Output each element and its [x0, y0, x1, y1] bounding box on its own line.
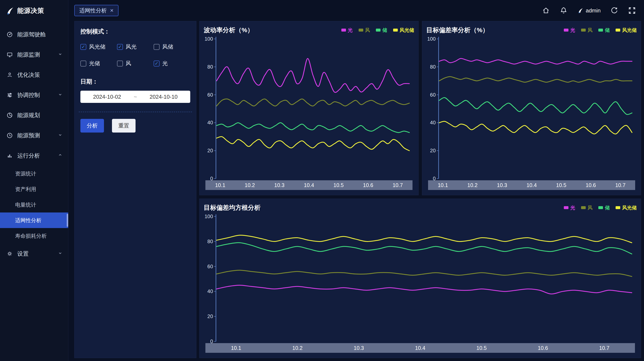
topbar: 适网性分析 × admin: [68, 0, 644, 21]
sidebar-item-analysis[interactable]: 运行分析: [0, 146, 68, 166]
sidebar-item-settings[interactable]: 设置: [0, 244, 68, 264]
legend-label: 光: [348, 27, 353, 33]
legend-label: 储: [605, 204, 610, 211]
sidebar-item-monitoring[interactable]: 能源监测: [0, 45, 68, 65]
x-tick-label: 10.6: [363, 182, 373, 188]
sidebar-item-coordination[interactable]: 协调控制: [0, 85, 68, 105]
brand-logo-icon: [6, 6, 14, 15]
chart-header: 波动率分析（%） 光风储风光储: [204, 25, 414, 35]
legend-item[interactable]: 风光储: [616, 27, 637, 33]
chevron-down-icon: [58, 251, 63, 257]
gauge-icon: [6, 31, 13, 38]
checkbox-label: 风: [126, 60, 131, 67]
fullscreen-icon[interactable]: [628, 6, 636, 14]
legend-item[interactable]: 光: [564, 204, 575, 211]
submenu-item-asset-utilization[interactable]: 资产利用: [0, 181, 68, 197]
series-风: [216, 99, 409, 106]
chart-title: 目标偏差均方根分析: [204, 203, 260, 212]
legend-item[interactable]: 储: [598, 204, 610, 211]
submenu-item-grid-suitability[interactable]: 适网性分析: [0, 212, 68, 228]
chart-legend: 光风储风光储: [564, 27, 637, 33]
chevron-down-icon: [58, 92, 63, 98]
submenu-item-resource-stats[interactable]: 资源统计: [0, 166, 68, 181]
date-range-input[interactable]: 2024-10-02 ~ 2024-10-10: [80, 91, 190, 103]
y-tick-label: 100: [427, 36, 436, 42]
refresh-icon[interactable]: [610, 6, 618, 14]
legend-swatch-icon: [376, 29, 380, 31]
person-icon: [6, 71, 13, 78]
legend-item[interactable]: 光: [341, 27, 353, 33]
x-tick-label: 10.1: [231, 345, 241, 351]
chart-legend: 光风储风光储: [341, 27, 414, 33]
legend-item[interactable]: 风光储: [616, 204, 637, 211]
sidebar-item-forecast[interactable]: 能源预测: [0, 125, 68, 146]
topbar-actions: admin: [542, 6, 636, 14]
x-tick-label: 10.3: [497, 182, 507, 188]
x-tick-label: 10.6: [538, 345, 548, 351]
submenu-label: 资产利用: [15, 186, 36, 193]
sidebar-item-planning[interactable]: 能源规划: [0, 105, 68, 125]
legend-label: 风光储: [622, 204, 637, 211]
sidebar-item-cockpit[interactable]: 能源驾驶舱: [0, 24, 68, 45]
legend-item[interactable]: 风: [581, 27, 592, 33]
rms-deviation-chart-panel: 目标偏差均方根分析 光风储风光储 02040608010010.110.210.…: [199, 199, 641, 358]
y-tick-label: 40: [207, 120, 213, 125]
submenu-item-energy-stats[interactable]: 电量统计: [0, 197, 68, 212]
legend-item[interactable]: 风: [358, 27, 370, 33]
submenu-label: 寿命损耗分析: [15, 232, 47, 239]
home-icon[interactable]: [542, 6, 550, 14]
app-title: 能源决策: [17, 6, 44, 15]
mode-checkbox-group: ✓ 风光储 ✓ 风光 ✓ 风储 ✓ 光储 ✓ 风: [80, 43, 190, 67]
y-tick-label: 100: [204, 36, 213, 42]
y-tick-label: 20: [430, 148, 436, 153]
user-menu[interactable]: admin: [577, 7, 601, 14]
submenu-item-life-loss[interactable]: 寿命损耗分析: [0, 228, 68, 244]
legend-item[interactable]: 风光储: [393, 27, 414, 33]
mode-checkbox[interactable]: ✓ 光: [154, 60, 190, 67]
mode-checkbox[interactable]: ✓ 风储: [154, 43, 190, 50]
check-icon: ✓: [155, 61, 158, 66]
legend-label: 光: [570, 27, 575, 33]
sliders-icon: [6, 92, 13, 98]
mode-checkbox[interactable]: ✓ 风: [117, 60, 154, 67]
sidebar-item-label: 优化决策: [17, 71, 40, 79]
bell-icon[interactable]: [560, 6, 568, 14]
mode-checkbox[interactable]: ✓ 光储: [80, 60, 117, 67]
sidebar-item-optimization[interactable]: 优化决策: [0, 65, 68, 85]
username: admin: [586, 7, 601, 14]
mode-checkbox[interactable]: ✓ 风光储: [80, 43, 117, 50]
close-icon[interactable]: ×: [110, 7, 114, 13]
date-separator: ~: [134, 94, 137, 100]
sidebar-item-label: 能源驾驶舱: [17, 31, 46, 38]
line-chart: 02040608010010.110.210.310.410.510.610.7: [204, 213, 637, 354]
series-储: [216, 123, 409, 133]
y-tick-label: 60: [207, 92, 213, 98]
tab-label: 适网性分析: [79, 7, 107, 14]
y-tick-label: 80: [207, 64, 213, 70]
chart-header: 目标偏差率分析（%） 光风储风光储: [426, 25, 637, 35]
mode-checkbox[interactable]: ✓ 风光: [117, 43, 154, 50]
legend-swatch-icon: [393, 29, 398, 31]
legend-item[interactable]: 风: [581, 204, 592, 211]
legend-item[interactable]: 储: [376, 27, 387, 33]
legend-item[interactable]: 储: [598, 27, 610, 33]
x-tick-label: 10.2: [467, 182, 478, 188]
legend-item[interactable]: 光: [564, 27, 575, 33]
chevron-up-icon: [58, 153, 63, 159]
x-tick-label: 10.3: [354, 345, 364, 351]
legend-label: 储: [605, 27, 610, 33]
x-tick-label: 10.5: [333, 182, 344, 188]
app-logo: 能源决策: [0, 0, 68, 20]
clock-icon: [6, 132, 13, 139]
bar-chart-icon: [6, 152, 13, 159]
analyze-button[interactable]: 分析: [80, 119, 104, 133]
tab-grid-suitability[interactable]: 适网性分析 ×: [74, 5, 118, 16]
legend-label: 风: [588, 204, 592, 211]
series-光: [439, 58, 632, 64]
legend-label: 储: [382, 27, 387, 33]
reset-button[interactable]: 重置: [112, 119, 136, 133]
y-tick-label: 60: [207, 264, 213, 269]
checkbox-label: 风光: [126, 43, 136, 50]
legend-swatch-icon: [358, 29, 363, 31]
submenu-label: 电量统计: [15, 201, 36, 208]
